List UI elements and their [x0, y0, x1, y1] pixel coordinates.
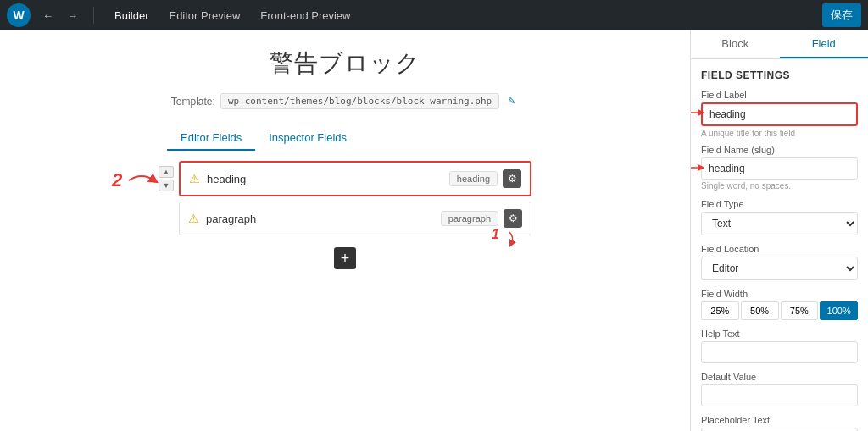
field-settings-title: Field Settings — [701, 69, 858, 81]
field-name-group: Field Name (slug) Single word, no spaces… — [701, 145, 858, 191]
field-row-paragraph[interactable]: ⚠ paragraph paragraph ⚙ — [179, 202, 531, 235]
width-50[interactable]: 50% — [741, 301, 779, 320]
field-label-label: Field Label — [701, 90, 858, 100]
default-value-group: Default Value — [701, 372, 858, 406]
field-name-label: Field Name (slug) — [701, 145, 858, 155]
right-sidebar: Block Field Field Settings 3 Field Label — [690, 30, 868, 431]
placeholder-input[interactable] — [701, 428, 858, 431]
main-layout: 警告ブロック Template: wp-content/themes/blog/… — [0, 30, 868, 431]
frontend-preview-link[interactable]: Front-end Preview — [250, 4, 360, 27]
field-location-select[interactable]: Editor — [701, 257, 858, 280]
sort-handle-heading[interactable]: ▲ ▼ — [159, 166, 174, 191]
inspector-fields-tab[interactable]: Inspector Fields — [255, 126, 360, 151]
width-buttons: 25% 50% 75% 100% — [701, 301, 858, 320]
default-value-label: Default Value — [701, 372, 858, 382]
field-label-input[interactable] — [701, 102, 858, 126]
arrow-4 — [690, 162, 704, 174]
field-width-group: Field Width 25% 50% 75% 100% — [701, 289, 858, 320]
heading-field-name: heading — [207, 173, 449, 185]
field-row-wrapper-heading: ▲ ▼ ⚠ heading heading ⚙ — [159, 161, 531, 196]
field-location-group: Field Location Editor — [701, 244, 858, 280]
topbar-links: Builder Editor Preview Front-end Preview — [104, 4, 361, 27]
default-value-input[interactable] — [701, 384, 858, 406]
block-tab[interactable]: Block — [691, 30, 780, 58]
paragraph-settings-button[interactable]: ⚙ — [504, 209, 522, 228]
builder-link[interactable]: Builder — [104, 4, 159, 27]
placeholder-label: Placeholder Text — [701, 415, 858, 425]
sort-down-heading[interactable]: ▼ — [159, 180, 174, 191]
width-75[interactable]: 75% — [781, 301, 819, 320]
warning-icon-paragraph: ⚠ — [188, 212, 199, 225]
wp-logo: W — [7, 3, 31, 27]
topbar-nav: ← → — [37, 6, 83, 25]
field-type-group: Field Type Text — [701, 199, 858, 235]
template-path: wp-content/themes/blog/blocks/block-warn… — [220, 93, 499, 109]
page-title: 警告ブロック — [270, 47, 420, 80]
template-edit-button[interactable]: ✎ — [504, 96, 519, 107]
field-name-hint: Single word, no spaces. — [701, 181, 858, 191]
sort-up-heading[interactable]: ▲ — [159, 166, 174, 178]
field-type-select[interactable]: Text — [701, 212, 858, 235]
warning-icon-heading: ⚠ — [189, 172, 200, 185]
help-text-input[interactable] — [701, 341, 858, 363]
template-label: Template: — [171, 96, 215, 108]
topbar-right: 保存 — [822, 3, 861, 27]
field-row-heading[interactable]: ⚠ heading heading ⚙ — [179, 161, 531, 196]
heading-settings-button[interactable]: ⚙ — [503, 169, 521, 188]
width-100[interactable]: 100% — [820, 301, 858, 320]
arrow-1 — [499, 230, 516, 247]
topbar: W ← → Builder Editor Preview Front-end P… — [0, 0, 868, 30]
width-25[interactable]: 25% — [701, 301, 739, 320]
field-width-label: Field Width — [701, 289, 858, 299]
field-location-label: Field Location — [701, 244, 858, 254]
save-button[interactable]: 保存 — [822, 3, 861, 27]
add-field-button[interactable]: + — [334, 247, 356, 269]
fields-list: 2 ▲ ▼ ⚠ heading he — [159, 161, 531, 269]
editor-fields-tab[interactable]: Editor Fields — [167, 126, 255, 151]
topbar-separator — [93, 7, 94, 24]
paragraph-field-name: paragraph — [206, 213, 441, 225]
field-label-hint: A unique title for this field — [701, 129, 858, 138]
field-tab[interactable]: Field — [780, 30, 869, 58]
svg-text:2: 2 — [111, 169, 123, 191]
heading-badge: heading — [449, 171, 498, 186]
field-type-label: Field Type — [701, 199, 858, 209]
arrow-3 — [690, 107, 704, 119]
field-row-wrapper-paragraph: ▲ ▼ ⚠ paragraph paragraph ⚙ — [159, 202, 531, 235]
annotation-1: 1 — [492, 227, 499, 242]
editor-preview-link[interactable]: Editor Preview — [159, 4, 250, 27]
placeholder-group: Placeholder Text — [701, 415, 858, 431]
forward-button[interactable]: → — [62, 6, 83, 25]
sidebar-tabs: Block Field — [691, 30, 868, 59]
field-label-group: Field Label — [701, 90, 858, 126]
content-area: 警告ブロック Template: wp-content/themes/blog/… — [0, 30, 690, 431]
field-name-input[interactable] — [701, 157, 858, 180]
annotation-2: 2 — [112, 168, 163, 197]
template-bar: Template: wp-content/themes/blog/blocks/… — [171, 93, 519, 109]
back-button[interactable]: ← — [37, 6, 58, 25]
help-text-group: Help Text — [701, 329, 858, 363]
fields-tabs: Editor Fields Inspector Fields — [167, 126, 523, 151]
paragraph-badge: paragraph — [441, 211, 498, 226]
sidebar-content: Field Settings 3 Field Label A un — [691, 59, 868, 431]
help-text-label: Help Text — [701, 329, 858, 339]
